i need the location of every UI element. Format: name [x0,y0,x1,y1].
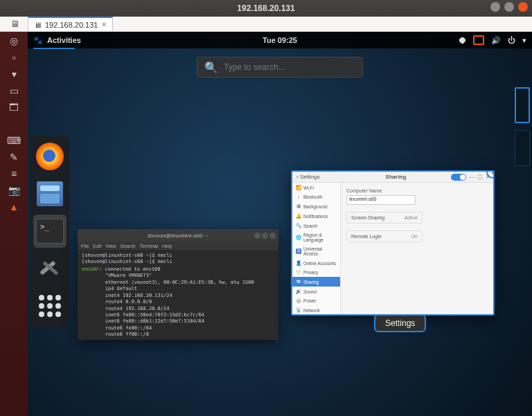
host-window-titlebar: 192.168.20.131 [0,0,532,17]
sidebar-item-devices[interactable]: ⌨Devices [292,315,340,316]
host-icon-3[interactable]: ▾ [6,66,22,82]
settings-tooltip: Settings [374,314,426,332]
host-icon-vlc[interactable]: ▲ [6,199,22,215]
workspace-1[interactable] [515,87,530,123]
sidebar-item-sound[interactable]: 🔊Sound [292,287,340,296]
host-icon-1[interactable]: ◎ [6,33,22,48]
host-window-title: 192.168.20.131 [237,3,294,13]
status-area[interactable]: ⯃ 🔊 ⏻ ▾ [459,35,526,45]
win-max-icon[interactable]: ▢ [477,174,483,180]
activities-paw-icon: 🐾 [33,36,43,45]
menu-terminal[interactable]: Terminal [140,244,158,248]
host-icon-keyboard[interactable]: ⌨ [6,133,22,148]
dash-files[interactable] [33,177,66,210]
maximize-button[interactable] [504,2,514,12]
menu-file[interactable]: File [81,244,89,248]
terminal-titlebar: shovon@linuxhint-s60: ~ [78,229,278,242]
menu-search[interactable]: Search [120,244,135,248]
network-icon: ⯃ [459,36,466,44]
terminal-title: shovon@linuxhint-s60: ~ [148,233,209,239]
remote-login-row[interactable]: Remote Login On [346,230,423,242]
power-icon: ⏻ [508,36,515,44]
sidebar-item-privacy[interactable]: 🛡Privacy [292,268,340,277]
minimize-button[interactable] [490,2,500,12]
vnc-tab-bar: 🖥 🖥 192.168.20.131 ✕ [0,17,532,32]
sidebar-item-search[interactable]: 🔍Search [292,221,340,230]
activities-button[interactable]: 🐾 Activities [33,36,81,45]
settings-back-label[interactable]: ‹ Settings [292,174,341,180]
host-os-launcher: ◎ ▫ ▾ ▭ 🗔 . ⌨ ✎ ≡ 📷 ▲ [0,32,28,416]
menu-edit[interactable]: Edit [93,244,101,248]
host-icon-camera[interactable]: 📷 [6,183,22,198]
sidebar-item-bluetooth[interactable]: ᚼBluetooth [292,192,340,201]
sidebar-item-power[interactable]: ⏻Power [292,296,340,305]
settings-header-title: Sharing [341,174,451,180]
tab-label: 192.168.20.131 [45,21,98,29]
computer-name-label: Computer Name [346,188,488,193]
screen-record-indicator [473,35,484,45]
dash-terminal[interactable] [33,215,66,248]
sidebar-item-background[interactable]: ▣Background [292,201,340,211]
clock-label[interactable]: Tue 09:25 [263,36,297,44]
settings-sidebar: 📶Wi-FiᚼBluetooth▣Background🔔Notification… [292,183,341,314]
sidebar-item-universal-access[interactable]: ♿Universal Access [292,244,340,258]
gnome-dash [30,136,69,327]
sidebar-item-notifications[interactable]: 🔔Notifications [292,211,340,221]
sidebar-item-online-accounts[interactable]: 👤Online Accounts [292,258,340,268]
menu-view[interactable]: View [105,244,116,248]
host-icon-5[interactable]: 🗔 [6,100,22,115]
remote-desktop: 🐾 Activities Tue 09:25 ⯃ 🔊 ⏻ ▾ 🔍 [28,32,532,416]
volume-icon: 🔊 [491,36,501,45]
workspace-switcher [513,87,532,409]
settings-panel-sharing: Computer Name linuxhint-s60 Screen Shari… [341,183,493,314]
dash-firefox[interactable] [33,140,66,173]
settings-overview-thumbnail[interactable]: ✕ ‹ Settings Sharing —▢✕ 📶Wi-FiᚼBluetoot… [291,170,495,316]
close-button[interactable] [518,2,528,12]
host-icon-2[interactable]: ▫ [6,50,22,65]
search-input[interactable] [224,62,355,72]
dash-show-applications[interactable] [33,289,66,323]
sidebar-item-region-language[interactable]: 🌐Region & Language [292,230,340,244]
host-icon-8[interactable]: ≡ [6,166,22,181]
dash-settings[interactable] [33,252,66,285]
workspace-2[interactable] [515,130,530,166]
win-min-icon[interactable]: — [469,174,475,180]
search-icon: 🔍 [204,61,218,74]
terminal-content: [shovon@linuxhint-s60 ~]$ nmcli [shovon@… [78,250,278,340]
settings-headerbar: ‹ Settings Sharing —▢✕ [292,172,493,183]
gnome-top-bar: 🐾 Activities Tue 09:25 ⯃ 🔊 ⏻ ▾ [28,32,532,48]
vnc-app-icon[interactable]: 🖥 [1,17,28,31]
vnc-connection-tab[interactable]: 🖥 192.168.20.131 ✕ [28,17,113,31]
terminal-overview-thumbnail[interactable]: shovon@linuxhint-s60: ~ File Edit View S… [78,229,278,340]
computer-name-field[interactable]: linuxhint-s60 [346,195,416,205]
host-icon-7[interactable]: ✎ [6,150,22,165]
tab-screen-icon: 🖥 [34,21,42,29]
screen-sharing-row[interactable]: Screen Sharing Active [346,212,423,224]
sharing-master-toggle[interactable] [451,174,466,181]
host-icon-4[interactable]: ▭ [6,83,22,98]
chevron-down-icon: ▾ [522,36,526,45]
activities-label: Activities [47,36,81,44]
terminal-menubar: File Edit View Search Terminal Help [78,242,278,250]
sidebar-item-wi-fi[interactable]: 📶Wi-Fi [292,183,340,192]
sidebar-item-network[interactable]: 📡Network [292,305,340,315]
overview-search[interactable]: 🔍 [197,57,363,78]
tab-close-icon[interactable]: ✕ [101,21,107,28]
menu-help[interactable]: Help [162,244,172,248]
sidebar-item-sharing[interactable]: ⇆Sharing [292,277,340,287]
